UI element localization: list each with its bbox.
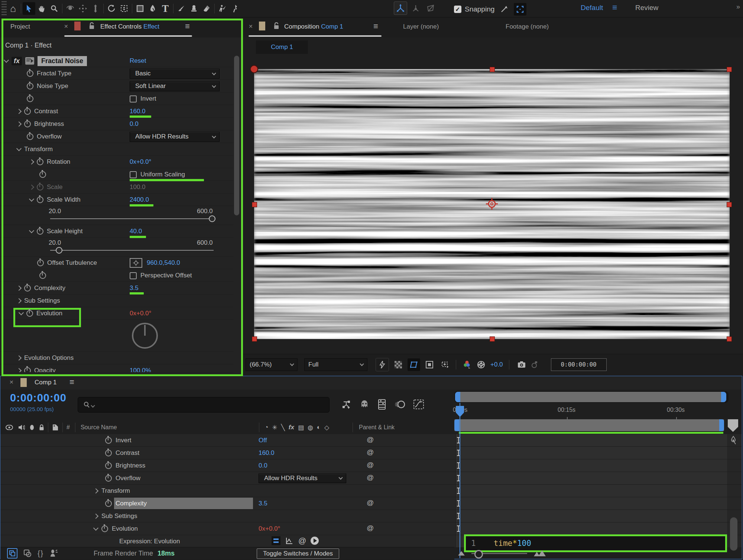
track-area[interactable] bbox=[455, 522, 727, 535]
lock-column-icon[interactable] bbox=[39, 424, 44, 431]
zoom-tool-icon[interactable] bbox=[48, 2, 61, 15]
timeline-zoom-knob[interactable] bbox=[474, 550, 483, 559]
scale-width-value[interactable]: 2400.0 bbox=[130, 196, 149, 204]
mask-tool-mini-icon[interactable] bbox=[729, 436, 737, 445]
adjustment-switch-icon[interactable]: ◐ bbox=[317, 424, 321, 431]
contrast-value[interactable]: 160.0 bbox=[130, 108, 146, 115]
show-snapshot-icon[interactable] bbox=[528, 358, 541, 371]
type-tool-icon[interactable]: T bbox=[159, 2, 172, 15]
timeline-zoom-slider[interactable] bbox=[471, 550, 527, 557]
mask-visibility-icon[interactable] bbox=[423, 358, 436, 371]
puppet-pin-tool-icon[interactable] bbox=[229, 2, 241, 15]
stopwatch-icon[interactable] bbox=[27, 83, 33, 89]
column-source-name[interactable]: Source Name bbox=[81, 424, 117, 431]
zoom-in-mountain-icon[interactable] bbox=[534, 550, 546, 556]
search-input[interactable] bbox=[97, 401, 329, 408]
toggle-switches-modes-button[interactable]: Toggle Switches / Modes bbox=[257, 548, 339, 559]
stopwatch-icon[interactable] bbox=[37, 260, 44, 266]
timeline-timecode[interactable]: 0:00:00:00 bbox=[10, 392, 66, 404]
chevron-down-icon[interactable] bbox=[29, 196, 34, 202]
track-area[interactable] bbox=[455, 447, 727, 459]
stopwatch-icon[interactable] bbox=[26, 310, 33, 317]
tab-footage[interactable]: Footage (none) bbox=[506, 23, 549, 30]
playhead-line[interactable] bbox=[460, 403, 460, 558]
expression-editor[interactable]: 1 time*100 bbox=[464, 534, 727, 552]
workspace-menu-icon[interactable]: ≡ bbox=[612, 3, 617, 13]
stopwatch-icon[interactable] bbox=[37, 184, 43, 191]
timeline-search-box[interactable] bbox=[78, 397, 330, 413]
tab-composition[interactable]: Composition Comp 1 bbox=[284, 23, 343, 30]
stopwatch-icon[interactable] bbox=[27, 133, 33, 140]
stopwatch-icon[interactable] bbox=[105, 462, 112, 469]
effect-name[interactable]: Fractal Noise bbox=[38, 56, 87, 66]
stopwatch-icon[interactable] bbox=[37, 228, 43, 235]
scale-height-value[interactable]: 40.0 bbox=[130, 228, 142, 235]
stopwatch-icon[interactable] bbox=[24, 121, 31, 127]
eye-icon[interactable] bbox=[6, 425, 13, 430]
zoom-out-mountain-icon[interactable] bbox=[458, 551, 465, 556]
pick-whip-icon[interactable]: @ bbox=[367, 448, 374, 456]
stopwatch-icon[interactable] bbox=[27, 70, 33, 77]
enable-expression-icon[interactable] bbox=[272, 536, 280, 545]
pan-camera-tool-icon[interactable] bbox=[77, 2, 89, 15]
exposure-value[interactable]: +0.0 bbox=[490, 361, 503, 368]
roto-brush-tool-icon[interactable] bbox=[216, 2, 229, 15]
time-navigator-end-handle[interactable] bbox=[721, 392, 726, 402]
region-of-interest-icon[interactable] bbox=[408, 358, 420, 371]
snapping-checkbox[interactable]: ✓ bbox=[454, 6, 461, 13]
chevron-right-icon[interactable] bbox=[16, 368, 22, 372]
fx-badge[interactable]: fx bbox=[12, 57, 22, 65]
effect-panel-scrollbar[interactable] bbox=[234, 56, 239, 215]
snapping-label[interactable]: Snapping bbox=[465, 5, 494, 13]
chevron-down-icon[interactable] bbox=[93, 525, 98, 530]
rotation-tool-icon[interactable] bbox=[105, 2, 118, 15]
guides-icon[interactable] bbox=[439, 358, 451, 371]
chevron-down-icon[interactable] bbox=[29, 228, 34, 233]
clone-stamp-tool-icon[interactable] bbox=[188, 2, 200, 15]
opacity-value[interactable]: 100.0% bbox=[130, 367, 151, 372]
work-area-bar[interactable] bbox=[454, 419, 724, 431]
column-hash[interactable]: # bbox=[66, 424, 70, 431]
overflow-dropdown[interactable]: Allow HDR Results bbox=[130, 132, 220, 142]
motion-blur-icon[interactable] bbox=[394, 400, 405, 409]
audio-icon[interactable] bbox=[18, 424, 25, 430]
track-area[interactable] bbox=[455, 497, 727, 509]
panel-menu-icon[interactable]: ≡ bbox=[185, 22, 190, 31]
fast-preview-icon[interactable] bbox=[376, 358, 389, 371]
chevron-right-icon[interactable] bbox=[93, 513, 98, 518]
resolution-dropdown[interactable]: Full bbox=[304, 358, 367, 371]
chevron-down-icon[interactable] bbox=[19, 310, 24, 315]
tab-timeline-comp[interactable]: Comp 1 bbox=[35, 379, 57, 386]
stopwatch-icon[interactable] bbox=[37, 196, 43, 203]
toolbar-overflow-icon[interactable]: » bbox=[736, 3, 740, 11]
fractal-type-dropdown[interactable]: Basic bbox=[130, 69, 220, 79]
work-area-end-handle[interactable] bbox=[719, 419, 724, 431]
composition-canvas[interactable] bbox=[254, 69, 730, 339]
shy-switch-icon[interactable]: ◔ bbox=[265, 424, 268, 431]
3d-switch-icon[interactable]: ◇ bbox=[324, 424, 329, 432]
scale-width-slider-track[interactable] bbox=[50, 218, 214, 219]
dolly-camera-tool-icon[interactable] bbox=[89, 2, 102, 15]
stopwatch-icon[interactable] bbox=[39, 272, 46, 279]
expression-language-menu-icon[interactable] bbox=[311, 537, 319, 545]
workspace-default[interactable]: Default bbox=[581, 4, 603, 12]
close-icon[interactable]: ✕ bbox=[249, 23, 253, 29]
layer-handle-top-center[interactable] bbox=[490, 67, 495, 72]
close-icon[interactable]: ✕ bbox=[9, 379, 14, 385]
complexity-value[interactable]: 3.5 bbox=[130, 284, 139, 292]
expression-token-op[interactable]: * bbox=[512, 539, 517, 548]
camera-tool-icon[interactable] bbox=[118, 2, 130, 15]
marker-bin-button[interactable] bbox=[728, 419, 738, 432]
close-icon[interactable]: ✕ bbox=[64, 23, 68, 29]
mini-flowchart-icon[interactable] bbox=[341, 400, 351, 409]
layer-handle-bottom-left[interactable] bbox=[252, 336, 257, 342]
uniform-scaling-checkbox[interactable] bbox=[130, 171, 137, 178]
scale-height-slider-track[interactable] bbox=[50, 250, 214, 251]
zoom-level-dropdown[interactable]: (66.7%) bbox=[246, 358, 298, 371]
track-area[interactable] bbox=[455, 434, 727, 446]
stopwatch-icon[interactable] bbox=[105, 450, 112, 456]
pick-whip-icon[interactable]: @ bbox=[367, 461, 374, 469]
noise-type-dropdown[interactable]: Soft Linear bbox=[130, 81, 220, 91]
track-area[interactable] bbox=[455, 459, 727, 472]
pick-whip-icon[interactable]: @ bbox=[367, 436, 374, 444]
